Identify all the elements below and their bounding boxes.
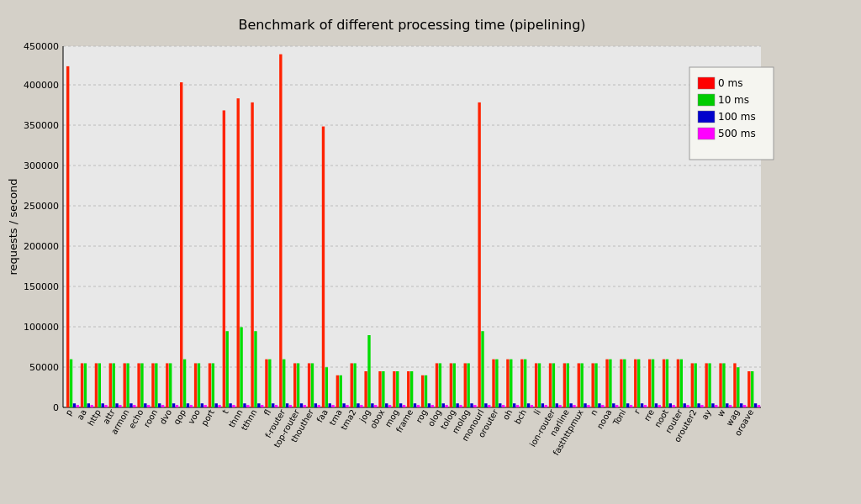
bar-orouter2-2	[697, 403, 700, 407]
bar-orouter-0	[492, 360, 494, 407]
bar-mog-3	[403, 405, 405, 407]
bar-attr-0	[109, 363, 112, 407]
bar-rre-2	[655, 403, 658, 407]
bar-port-3	[218, 405, 220, 407]
bar-wag-3	[743, 405, 746, 407]
bar-n-2	[598, 403, 600, 407]
bar-orouter-1	[495, 360, 498, 407]
bar-faa-2	[329, 403, 331, 407]
legend-100ms: 100 ms	[718, 111, 756, 123]
bar-p-0	[66, 66, 69, 407]
y-tick-100000: 100000	[24, 322, 59, 333]
bar-voo-3	[204, 405, 207, 407]
bar-thnn-1	[240, 327, 242, 407]
bar-f-router-3	[289, 405, 292, 407]
bar-noot-2	[669, 403, 672, 407]
bar-fl-2	[272, 403, 274, 407]
bar-molog-1	[467, 363, 469, 407]
bar-rog-3	[431, 405, 434, 407]
bar-Toni-0	[620, 360, 622, 407]
bar-narline-2	[569, 403, 572, 407]
bar-tthnn-0	[251, 102, 253, 407]
bar-n-3	[601, 405, 604, 407]
y-tick-200000: 200000	[24, 241, 59, 252]
y-tick-50000: 50000	[29, 362, 59, 373]
bar-Toni-3	[630, 405, 632, 407]
bar-thouther-1	[311, 363, 314, 407]
bar-nooa-0	[605, 360, 608, 407]
bar-r-0	[634, 360, 637, 407]
legend-0ms: 0 ms	[718, 77, 742, 89]
bar-obox-0	[378, 371, 381, 407]
bar-tma2-3	[360, 405, 362, 407]
bar-olog-3	[445, 405, 447, 407]
bar-top-router-2	[300, 403, 303, 407]
bar-olog-1	[439, 363, 441, 407]
bar-n-0	[591, 363, 594, 407]
bar-r-3	[644, 405, 647, 407]
bar-attr-1	[113, 363, 115, 407]
bar-ion-router-0	[549, 363, 552, 407]
bar-bch-3	[531, 405, 533, 407]
bar-bch-2	[527, 403, 530, 407]
bar-f-router-1	[283, 360, 285, 407]
bar-rre-1	[652, 360, 654, 407]
bar-Toni-1	[623, 360, 626, 407]
bar-tma2-0	[351, 363, 353, 407]
bar-li-0	[535, 363, 537, 407]
bar-router-1	[680, 360, 683, 407]
bar-p-1	[70, 360, 72, 407]
bar-jog-1	[367, 335, 370, 407]
y-tick-400000: 400000	[24, 80, 59, 91]
bar-echo-2	[144, 403, 146, 407]
bar-tma-3	[346, 405, 348, 407]
bar-narline-0	[563, 363, 566, 407]
bar-dvo-3	[176, 405, 178, 407]
bar-orouter-2	[499, 403, 501, 407]
svg-rect-15	[698, 77, 715, 89]
bar-thouther-0	[308, 363, 310, 407]
bar-tma2-2	[357, 403, 359, 407]
bar-port-2	[215, 403, 218, 407]
bar-obox-2	[385, 403, 388, 407]
chart-title: Benchmark of different processing time (…	[238, 17, 585, 33]
bar-oh-0	[506, 360, 509, 407]
bar-mog-1	[396, 371, 399, 407]
bar-tolog-1	[453, 363, 456, 407]
bar-qop-3	[190, 405, 193, 407]
bar-oroave-0	[747, 371, 750, 407]
bar-tolog-3	[459, 405, 462, 407]
bar-port-0	[209, 363, 211, 407]
bar-narline-1	[567, 363, 569, 407]
bar-fasthttpmux-0	[578, 363, 580, 407]
y-tick-150000: 150000	[24, 281, 59, 292]
bar-echo-0	[137, 363, 140, 407]
bar-tma-2	[342, 403, 345, 407]
bar-ion-router-1	[552, 363, 555, 407]
bar-olog-2	[442, 403, 445, 407]
bar-fl-3	[275, 405, 277, 407]
bar-oroave-2	[754, 403, 757, 407]
bar-tthnn-2	[257, 403, 260, 407]
bar-roon-2	[158, 403, 161, 407]
bar-dvo-1	[169, 363, 172, 407]
bar-http-0	[95, 363, 98, 407]
bar-ay-1	[708, 363, 710, 407]
bar-nooa-3	[615, 405, 618, 407]
bar-tma-1	[340, 375, 342, 407]
bar-roon-1	[155, 363, 157, 407]
bar-jog-2	[371, 403, 373, 407]
bar-li-1	[538, 363, 541, 407]
bar-f-router-0	[279, 55, 282, 407]
bar-frame-1	[410, 371, 413, 407]
bar-router-2	[683, 403, 685, 407]
bar-attr-3	[119, 405, 121, 407]
svg-rect-16	[698, 94, 715, 106]
bar-dvo-0	[166, 363, 168, 407]
bar-monourl-2	[484, 403, 487, 407]
bar-bch-0	[520, 360, 523, 407]
bar-oh-2	[513, 403, 515, 407]
bar-voo-1	[198, 363, 200, 407]
bar-ay-3	[715, 405, 717, 407]
bar-nooa-1	[609, 360, 611, 407]
